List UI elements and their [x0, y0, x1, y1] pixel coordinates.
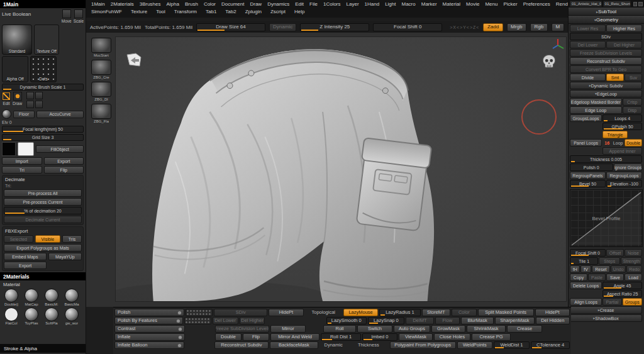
shelf-button[interactable]: Polish By Features: [114, 317, 183, 324]
shelf-button[interactable]: BackfaceMask: [270, 341, 319, 349]
geometry-control[interactable]: Align Loops: [570, 298, 602, 306]
material-thumb[interactable]: MatCap: [22, 289, 41, 306]
geometry-control[interactable]: Ignore Groups: [614, 163, 642, 171]
geometry-control[interactable]: Reset: [592, 265, 610, 273]
shelf-button[interactable]: Mirror: [270, 325, 306, 333]
shelf-button[interactable]: Freeze SubDivision Levels: [215, 325, 269, 333]
document-tab[interactable]: 01_Artistic_Hat_01: [570, 1, 602, 7]
shelf-button[interactable]: Auto Groups: [394, 325, 430, 333]
geometry-control[interactable]: Append Inner: [602, 147, 642, 155]
geometry-control[interactable]: fV: [580, 265, 591, 273]
geometry-control[interactable]: 16: [602, 139, 611, 147]
mini-mode-icon[interactable]: [35, 101, 43, 108]
geometry-control[interactable]: Steps: [599, 257, 620, 265]
floor-button[interactable]: Floor: [13, 111, 35, 118]
export-button[interactable]: Export: [44, 157, 84, 165]
mrgb-button[interactable]: Mrgb: [507, 23, 526, 31]
geometry-section-header[interactable]: Geometry: [569, 16, 644, 24]
shelf-button[interactable]: Crease PG: [472, 333, 511, 341]
menu-item[interactable]: Preferences: [523, 1, 550, 7]
tool-strip-item[interactable]: ZBG_Cre: [88, 60, 114, 79]
geometry-control[interactable]: Triangle: [602, 131, 628, 138]
shelf-button[interactable]: GrowMask: [431, 325, 465, 333]
home-page-arrow-icon[interactable]: [126, 52, 142, 70]
menu-item[interactable]: SimonFuhWF: [91, 9, 122, 14]
shelf-button[interactable]: Inflate Balloon: [114, 341, 184, 349]
geometry-control[interactable]: SDiv: [570, 33, 642, 40]
fbx-export-button[interactable]: Export: [4, 262, 47, 269]
shelf-button[interactable]: Double: [215, 333, 242, 341]
fbx-embed-maps-toggle[interactable]: Embed Maps: [4, 253, 47, 260]
menu-item[interactable]: 2Materials: [111, 1, 134, 7]
shelf-button[interactable]: LazySnap 0: [368, 317, 404, 324]
geometry-control[interactable]: Save: [606, 274, 624, 281]
geometry-control[interactable]: Delete Loops: [570, 282, 602, 289]
geometry-control[interactable]: Angle 45: [602, 282, 642, 289]
geometry-control[interactable]: Edge Loop: [570, 106, 622, 114]
geometry-control[interactable]: Aspect Ratio 25: [602, 290, 642, 297]
axis-toggle[interactable]: >Y<: [460, 25, 470, 30]
shelf-button[interactable]: SharpenMask: [495, 317, 534, 324]
geometry-control[interactable]: RegroupPanels: [570, 172, 606, 179]
menu-item[interactable]: 1Colors: [323, 1, 341, 7]
z-intensity-slider[interactable]: Z Intensity 25: [300, 23, 369, 31]
shelf-button[interactable]: Inflate: [114, 333, 185, 341]
shelf-button[interactable]: Dynamic: [319, 341, 347, 349]
shelf-button[interactable]: ViewMask: [399, 333, 433, 341]
geometry-control[interactable]: Double: [625, 139, 642, 147]
bevel-profile-curve[interactable]: Bevel Profile: [570, 189, 643, 247]
geometry-control[interactable]: Noise: [625, 249, 642, 257]
menu-item[interactable]: 3Brushes: [140, 1, 161, 7]
geometry-control[interactable]: Panel Loops: [570, 139, 602, 147]
geometry-control[interactable]: Crease: [570, 306, 642, 314]
scale-tool[interactable]: Scale: [74, 9, 84, 23]
menu-item[interactable]: Edit: [295, 1, 304, 7]
secondary-color-swatch[interactable]: [2, 142, 16, 156]
geometry-control[interactable]: Loops 4: [602, 114, 642, 122]
material-thumb[interactable]: FlatCol: [2, 307, 21, 325]
geometry-control[interactable]: Redo: [626, 265, 642, 273]
geometry-control[interactable]: Del Lower: [570, 41, 606, 48]
decimate-current-button[interactable]: Decimate Current: [4, 216, 82, 223]
current-brush-thumb[interactable]: Standard: [2, 25, 32, 55]
menu-item[interactable]: Texture: [131, 9, 147, 14]
geometry-control[interactable]: Suv: [625, 74, 642, 81]
skull-subtool-icon[interactable]: [541, 53, 557, 72]
menu-item[interactable]: Transform: [174, 9, 197, 14]
menu-item[interactable]: 1Main: [91, 1, 105, 7]
material-thumb[interactable]: ToyPlas: [22, 307, 41, 325]
geometry-control[interactable]: Undo: [611, 265, 626, 273]
geometry-control[interactable]: Load: [625, 274, 642, 281]
geometry-control[interactable]: Loop: [612, 139, 624, 147]
geometry-control[interactable]: Reconstruct Subdiv: [570, 57, 642, 65]
menu-item[interactable]: Alpha: [167, 1, 179, 7]
tri-button[interactable]: Tri: [2, 166, 42, 174]
geometry-control[interactable]: Disp: [623, 106, 642, 114]
shelf-button[interactable]: Del Hidden: [536, 317, 570, 324]
geometry-control[interactable]: Partial: [602, 298, 621, 306]
left-panel-title[interactable]: 1Main: [0, 0, 86, 8]
mini-mode-icon[interactable]: [26, 101, 34, 108]
geometry-control[interactable]: Strength: [621, 257, 642, 265]
shelf-button[interactable]: Imbed 0: [362, 333, 397, 341]
shelf-button[interactable]: HidePt: [535, 309, 570, 316]
shelf-button[interactable]: Roll: [323, 325, 356, 333]
axis-toggle[interactable]: >X<: [450, 25, 460, 30]
geometry-control[interactable]: Dynamic Subdiv: [570, 82, 642, 89]
geometry-control[interactable]: GPolish 50: [602, 123, 642, 130]
fbx-tris-toggle[interactable]: Tris: [62, 235, 82, 243]
subtool-section-header[interactable]: SubTool: [569, 8, 644, 16]
menu-item[interactable]: File: [309, 1, 318, 7]
geometry-control[interactable]: Groups: [623, 298, 642, 306]
shelf-button[interactable]: Flip: [243, 333, 269, 341]
geometry-control[interactable]: GroupsLoops: [570, 114, 602, 122]
shelf-button[interactable]: [186, 309, 213, 316]
menu-item[interactable]: Tab2: [225, 9, 236, 14]
axis-toggle[interactable]: >Z<: [470, 25, 479, 30]
menu-item[interactable]: Tab1: [206, 9, 216, 14]
axis-gizmo-icon[interactable]: [551, 38, 565, 55]
fill-object-button[interactable]: FillObject: [36, 145, 84, 153]
material-thumb[interactable]: SoftPla: [42, 307, 61, 325]
shelf-button[interactable]: CTolerance 4: [531, 341, 570, 349]
shelf-button[interactable]: SDiv: [214, 309, 267, 316]
